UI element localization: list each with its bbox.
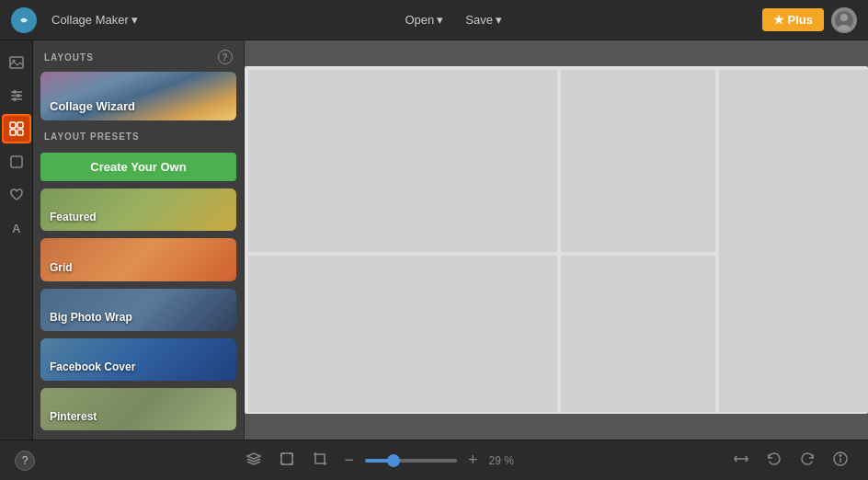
svg-point-29 — [839, 454, 841, 456]
preset-facebook-bg — [40, 338, 236, 381]
layouts-help-icon[interactable]: ? — [218, 50, 233, 64]
topbar-left: Collage Maker ▾ — [11, 7, 145, 33]
preset-grid-card[interactable]: Grid — [40, 238, 236, 280]
svg-point-9 — [13, 90, 17, 94]
bottom-left: ? — [15, 451, 35, 471]
svg-rect-13 — [17, 122, 23, 128]
icon-sidebar: A — [0, 40, 33, 440]
svg-rect-14 — [10, 130, 16, 135]
layout-presets-title: LAYOUT PRESETS — [40, 131, 236, 142]
layouts-section-title: LAYOUTS ? — [40, 50, 236, 64]
wizard-collage-card[interactable]: Collage Wizard — [40, 72, 236, 120]
svg-rect-15 — [17, 130, 23, 135]
undo-button[interactable] — [761, 446, 787, 475]
left-panel: LAYOUTS ? Collage Wizard LAYOUT PRESETS … — [33, 40, 245, 440]
plus-label: Plus — [788, 13, 813, 27]
zoom-out-button[interactable]: − — [340, 451, 358, 470]
preset-pinterest-label: Pinterest — [50, 410, 97, 423]
open-chevron: ▾ — [437, 13, 443, 27]
svg-rect-12 — [10, 122, 16, 128]
sidebar-item-sliders[interactable] — [2, 81, 31, 110]
app-title-text: Collage Maker — [51, 13, 129, 27]
collage-cell-bottom-left[interactable] — [248, 256, 557, 412]
collage-cell-large[interactable] — [248, 70, 557, 252]
collage-cell-right-tall[interactable] — [719, 70, 868, 412]
create-your-own-button[interactable]: Create Your Own — [40, 153, 236, 181]
layouts-title-text: LAYOUTS — [44, 52, 94, 63]
zoom-in-button[interactable]: + — [464, 451, 482, 470]
sidebar-item-text[interactable]: A — [2, 213, 31, 243]
preset-pinterest-bg — [40, 388, 236, 430]
bottom-center: − + 29 % — [241, 446, 521, 475]
bottom-right — [728, 446, 853, 475]
topbar-right: ★ Plus — [762, 7, 857, 33]
open-button[interactable]: Open ▾ — [397, 9, 451, 30]
collage-cell-bottom-mid[interactable] — [561, 256, 715, 412]
svg-rect-18 — [281, 453, 292, 464]
preset-grid-label: Grid — [50, 261, 73, 274]
preset-pinterest-card[interactable]: Pinterest — [40, 388, 236, 430]
zoom-slider[interactable] — [365, 459, 457, 463]
svg-text:A: A — [12, 222, 21, 235]
sidebar-item-image[interactable] — [2, 48, 31, 77]
plus-button[interactable]: ★ Plus — [762, 8, 824, 31]
save-chevron: ▾ — [496, 13, 502, 27]
save-label: Save — [465, 13, 493, 27]
preset-bigphoto-card[interactable]: Big Photo Wrap — [40, 289, 236, 331]
sidebar-item-favorites[interactable] — [2, 180, 31, 210]
preset-bigphoto-label: Big Photo Wrap — [50, 311, 132, 324]
app-logo — [11, 7, 37, 33]
wizard-card-background — [40, 72, 236, 120]
canvas-area — [245, 40, 868, 440]
app-title-chevron: ▾ — [131, 13, 138, 27]
sidebar-item-shapes[interactable] — [2, 147, 31, 177]
svg-point-11 — [13, 97, 17, 101]
sidebar-item-layouts[interactable] — [2, 114, 31, 143]
save-button[interactable]: Save ▾ — [458, 9, 509, 30]
star-icon: ★ — [773, 13, 784, 27]
fit-screen-button[interactable] — [274, 446, 300, 475]
preset-facebook-label: Facebook Cover — [50, 360, 135, 373]
open-label: Open — [405, 13, 434, 27]
preset-bigphoto-bg — [40, 289, 236, 331]
wizard-card-label: Collage Wizard — [50, 99, 135, 113]
user-avatar[interactable] — [831, 7, 857, 33]
svg-rect-4 — [10, 57, 23, 68]
bottom-bar: ? — [0, 440, 868, 480]
info-button[interactable] — [828, 446, 853, 475]
svg-rect-16 — [11, 156, 22, 167]
collage-cell-top-mid[interactable] — [561, 70, 715, 252]
preset-featured-label: Featured — [50, 211, 97, 223]
main-content: A LAYOUTS ? Collage Wizard LAYOUT PRESET… — [0, 40, 868, 440]
layout-presets-title-text: LAYOUT PRESETS — [44, 131, 140, 142]
help-button[interactable]: ? — [15, 451, 35, 471]
svg-point-10 — [17, 94, 20, 97]
preset-featured-card[interactable]: Featured — [40, 189, 236, 231]
topbar: Collage Maker ▾ Open ▾ Save ▾ ★ Plus — [0, 0, 868, 40]
topbar-center: Open ▾ Save ▾ — [397, 9, 508, 30]
redo-button[interactable] — [794, 446, 820, 475]
flip-button[interactable] — [728, 446, 754, 475]
layers-button[interactable] — [241, 446, 267, 475]
collage-canvas — [245, 66, 868, 414]
crop-button[interactable] — [307, 446, 333, 475]
preset-facebook-card[interactable]: Facebook Cover — [40, 338, 236, 381]
app-title-button[interactable]: Collage Maker ▾ — [44, 9, 145, 30]
preset-grid-bg — [40, 238, 236, 280]
zoom-label: 29 % — [489, 454, 522, 467]
svg-point-2 — [840, 14, 848, 21]
